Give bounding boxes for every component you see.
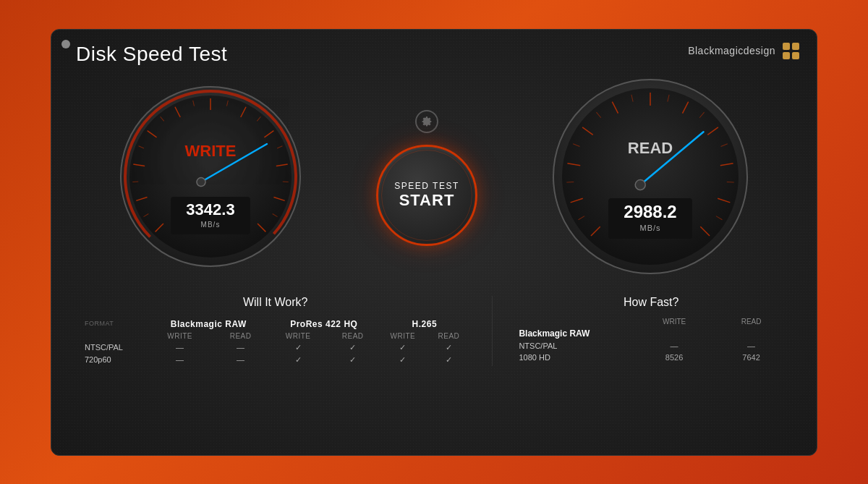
svg-line-47 (727, 182, 734, 182)
svg-line-40 (567, 182, 574, 182)
speed-test-line2: START (399, 191, 455, 210)
brand-icon (783, 43, 799, 59)
hf-read-header: READ (715, 316, 788, 327)
write-unit-text: MB/s (200, 221, 220, 229)
gauges-section: WRITE 3342.3 MB/s (51, 66, 817, 290)
h265-header: H.265 (378, 316, 470, 331)
write-value-text: 3342.3 (186, 200, 234, 218)
prores-header: ProRes 422 HQ (269, 316, 378, 331)
brand-square-2 (792, 43, 799, 50)
table-row: Blackmagic RAW (514, 327, 788, 340)
brand-square-3 (783, 52, 790, 59)
read-value-text: 2988.2 (624, 202, 677, 221)
gear-icon (421, 116, 433, 127)
read-gauge-svg-wrap: READ 2988.2 MB/s (549, 75, 752, 281)
prores-r-ntsc: ✓ (327, 341, 378, 354)
speed-test-line1: SPEED TEST (394, 181, 459, 191)
hf-write-header: WRITE (634, 316, 715, 327)
h265-read-header: READ (427, 331, 470, 341)
braw-write-header: WRITE (148, 331, 212, 341)
speed-test-button[interactable]: SPEED TEST START (376, 145, 477, 246)
table-row: NTSC/PAL — — ✓ ✓ ✓ ✓ (80, 341, 470, 354)
table-row: 1080 HD 8526 7642 (514, 352, 788, 363)
write-gauge-svg-wrap: WRITE 3342.3 MB/s (116, 82, 305, 273)
how-fast-section: How Fast? WRITE READ Blackmagic RAW NTSC… (514, 296, 788, 366)
h265-write-header: WRITE (378, 331, 427, 341)
svg-line-15 (132, 181, 138, 182)
hf-1080-write: 8526 (634, 352, 715, 363)
braw-w-ntsc: — (148, 341, 212, 354)
write-label: WRITE (184, 142, 236, 160)
vertical-divider (492, 296, 493, 366)
braw-read-header: READ (212, 331, 269, 341)
read-unit-text: MB/s (640, 224, 661, 232)
ntscpal-label: NTSC/PAL (80, 341, 148, 354)
read-label: READ (628, 139, 673, 157)
hf-1080-read: 7642 (715, 352, 788, 363)
prores-w-720: ✓ (269, 354, 327, 366)
h265-w-720: ✓ (378, 354, 427, 366)
braw-r-ntsc: — (212, 341, 269, 354)
table-row: 720p60 — — ✓ ✓ ✓ ✓ (80, 354, 470, 366)
center-controls: SPEED TEST START (376, 110, 477, 246)
braw-section-header: Blackmagic RAW (514, 327, 788, 340)
brand-name: Blackmagicdesign (688, 45, 775, 56)
compat-table: FORMAT Blackmagic RAW ProRes 422 HQ H.26… (80, 316, 470, 366)
h265-r-ntsc: ✓ (427, 341, 470, 354)
hf-empty-header (514, 316, 634, 327)
720p60-label: 720p60 (80, 354, 148, 366)
brand-logo: Blackmagicdesign (688, 43, 799, 59)
title-bar: Disk Speed Test Blackmagicdesign (51, 30, 817, 66)
svg-line-22 (282, 181, 288, 182)
braw-r-720: — (212, 354, 269, 366)
will-it-work-section: Will It Work? FORMAT Blackmagic RAW ProR… (80, 296, 470, 366)
brand-square-4 (792, 52, 799, 59)
write-gauge-container: WRITE 3342.3 MB/s (116, 82, 305, 273)
format-header: FORMAT (80, 316, 148, 331)
prores-w-ntsc: ✓ (269, 341, 327, 354)
settings-button[interactable] (415, 110, 438, 133)
read-gauge-svg: READ 2988.2 MB/s (549, 75, 752, 278)
empty-header (80, 331, 148, 341)
close-button[interactable] (61, 40, 70, 48)
read-gauge-container: READ 2988.2 MB/s (549, 75, 752, 281)
write-gauge-svg: WRITE 3342.3 MB/s (116, 82, 305, 271)
hf-ntsc-write: — (634, 340, 715, 352)
bottom-section: Will It Work? FORMAT Blackmagic RAW ProR… (51, 290, 817, 373)
app-title: Disk Speed Test (76, 43, 227, 66)
how-fast-table: WRITE READ Blackmagic RAW NTSC/PAL — — 1… (514, 316, 788, 363)
prores-r-720: ✓ (327, 354, 378, 366)
how-fast-title: How Fast? (514, 296, 788, 309)
prores-write-header: WRITE (269, 331, 327, 341)
hf-ntscpal-label: NTSC/PAL (514, 340, 634, 352)
prores-read-header: READ (327, 331, 378, 341)
braw-header: Blackmagic RAW (148, 316, 269, 331)
h265-w-ntsc: ✓ (378, 341, 427, 354)
table-row: NTSC/PAL — — (514, 340, 788, 352)
braw-w-720: — (148, 354, 212, 366)
brand-square-1 (783, 43, 790, 50)
app-window: Disk Speed Test Blackmagicdesign (51, 29, 817, 456)
h265-r-720: ✓ (427, 354, 470, 366)
will-it-work-title: Will It Work? (80, 296, 470, 309)
hf-ntsc-read: — (715, 340, 788, 352)
hf-1080hd-label: 1080 HD (514, 352, 634, 363)
